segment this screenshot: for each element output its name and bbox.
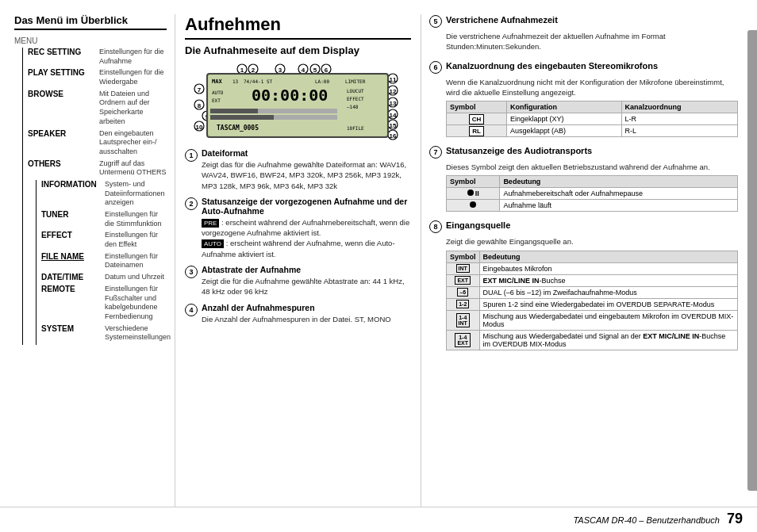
- numbered-list: 1 Dateiformat Zeigt das für die Aufnahme…: [185, 148, 411, 324]
- menu-label-rec: REC SETTING: [28, 48, 99, 56]
- svg-text:00:00:00: 00:00:00: [252, 86, 328, 105]
- svg-text:15: 15: [389, 122, 396, 129]
- num-circle-1: 1: [185, 149, 198, 162]
- right-section-5-header: 5 Verstrichene Aufnahmezeit: [429, 14, 738, 28]
- svg-text:MAX: MAX: [212, 78, 222, 85]
- menu-sub-label-system: SYSTEM: [41, 324, 105, 333]
- table-8-meaning-3: DUAL (–6 bis –12) im Zweifachaufnahme-Mo…: [479, 286, 737, 298]
- svg-text:74/44-1 ST: 74/44-1 ST: [244, 78, 273, 84]
- table-8-meaning-2: EXT MIC/LINE IN-Buchse: [479, 274, 737, 286]
- num-heading-3: Abtastrate der Aufnahme: [202, 265, 411, 274]
- svg-text:–148: –148: [347, 104, 359, 109]
- right-num-8: 8: [429, 220, 442, 233]
- right-section-6: 6 Kanalzuordnung des eingebauten Stereom…: [429, 60, 738, 138]
- menu-item-others: OTHERS Zugriff auf das Untermenü OTHERS: [28, 159, 167, 178]
- numbered-item-3: 3 Abtastrate der Aufnahme Zeigt die für …: [185, 265, 411, 297]
- right-section-7-header: 7 Statusanzeige des Audiotransports: [429, 145, 738, 159]
- table-7-meaning-2: Aufnahme läuft: [500, 200, 738, 212]
- right-section-7: 7 Statusanzeige des Audiotransports Dies…: [429, 145, 738, 212]
- right-section-6-header: 6 Kanalzuordnung des eingebauten Stereom…: [429, 60, 738, 74]
- svg-text:12: 12: [389, 88, 396, 95]
- menu-sub-effect: EFFECT Einstellungen für den Effekt: [41, 231, 167, 249]
- num-content-3: Abtastrate der Aufnahme Zeigt die für di…: [202, 265, 411, 297]
- svg-text:LOUCUT: LOUCUT: [347, 88, 364, 94]
- svg-text:TASCAM_0005: TASCAM_0005: [217, 124, 259, 132]
- menu-sub-tuner: TUNER Einstellungen für die Stimmfunktio…: [41, 210, 167, 228]
- table-7-meaning-1: Aufnahmebereitschaft oder Aufnahmepause: [500, 188, 738, 200]
- menu-desc-browse: Mit Dateien und Ordnern auf der Speicher…: [99, 90, 167, 127]
- menu-desc-speaker: Den eingebauten Lautsprecher ein-/ aussc…: [99, 129, 167, 157]
- num-text-1: Zeigt das für die Aufnahme gewählte Date…: [202, 159, 411, 191]
- svg-text:3: 3: [278, 67, 282, 74]
- menu-sub-desc-tuner: Einstellungen für die Stimmfunktion: [105, 210, 167, 228]
- menu-main-branch: REC SETTING Einstellungen für die Aufnah…: [22, 48, 167, 345]
- svg-text:EFFECT: EFFECT: [347, 96, 364, 101]
- right-num-7: 7: [429, 146, 442, 159]
- menu-sub-desc-system: Verschiedene Systemeinstellungen: [105, 324, 171, 343]
- sym-cell-rl: RL: [447, 125, 507, 137]
- num-heading-1: Dateiformat: [202, 148, 411, 158]
- svg-text:10: 10: [195, 124, 202, 131]
- right-num-5: 5: [429, 15, 442, 28]
- menu-sub-datetime: DATE/TIME Datum und Uhrzeit: [41, 273, 167, 282]
- table-row: 1-4INT Mischung aus Wiedergabedatei und …: [447, 310, 738, 330]
- table-7-header-1: Symbol: [447, 176, 500, 188]
- menu-sub-label-effect: EFFECT: [41, 231, 105, 239]
- svg-text:LA:00: LA:00: [315, 78, 329, 84]
- table-6-header-1: Symbol: [447, 101, 507, 113]
- menu-item-play: PLAY SETTING Einstellungen für die Wiede…: [28, 68, 167, 86]
- device-display-area: 1 2 3 4 5 6 11: [185, 63, 411, 140]
- numbered-item-4: 4 Anzahl der Aufnahmespuren Die Anzahl d…: [185, 303, 411, 324]
- svg-text:AUTO: AUTO: [212, 90, 224, 95]
- table-8-header-2: Bedeutung: [479, 251, 737, 262]
- menu-sub-branch: INFORMATION System- und Dateiinformation…: [36, 180, 167, 345]
- menu-label-browse: BROWSE: [28, 90, 99, 98]
- right-body-5: Die verstrichene Aufnahmezeit der aktuel…: [446, 31, 738, 52]
- table-6-channel-2: R-L: [621, 125, 737, 137]
- table-8-meaning-1: Eingebautes Mikrofon: [479, 262, 737, 274]
- table-7: Symbol Bedeutung II Aufnahmebereitschaft: [446, 175, 738, 212]
- svg-text:14: 14: [389, 112, 396, 119]
- svg-text:8: 8: [197, 102, 201, 109]
- sym-cell-lr: CH: [447, 113, 507, 125]
- table-8-meaning-4: Spuren 1-2 sind eine Wiedergabedatei im …: [479, 298, 737, 310]
- left-title: Das Menü im Überblick: [14, 14, 167, 30]
- footer-brand: TASCAM DR-40 – Benutzerhandbuch 79: [573, 511, 743, 527]
- page-title: Aufnehmen: [185, 14, 411, 40]
- menu-label-play: PLAY SETTING: [28, 68, 99, 77]
- svg-text:10FILE: 10FILE: [347, 125, 364, 131]
- device-display-svg: 1 2 3 4 5 6 11: [188, 63, 409, 140]
- menu-sub-label-datetime: DATE/TIME: [41, 273, 105, 281]
- num-content-2: Statusanzeige der vorgezogenen Aufnahme …: [202, 197, 411, 259]
- right-title-7: Statusanzeige des Audiotransports: [446, 145, 592, 157]
- right-section-5: 5 Verstrichene Aufnahmezeit Die verstric…: [429, 14, 738, 52]
- table-6: Symbol Konfiguration Kanalzuordnung CH E…: [446, 101, 738, 137]
- menu-sub-desc-datetime: Datum und Uhrzeit: [105, 273, 164, 282]
- right-body-7: Dieses Symbol zeigt den aktuellen Betrie…: [446, 162, 738, 172]
- table-row: Aufnahme läuft: [447, 200, 738, 212]
- table-row: 1-2 Spuren 1-2 sind eine Wiedergabedatei…: [447, 298, 738, 310]
- num-circle-2: 2: [185, 197, 198, 210]
- menu-label-others: OTHERS: [28, 159, 99, 168]
- table-6-config-1: Eingeklappt (XY): [506, 113, 621, 125]
- num-text-2: PRE : erscheint während der Aufnahmebere…: [202, 217, 411, 259]
- num-content-4: Anzahl der Aufnahmespuren Die Anzahl der…: [202, 303, 391, 324]
- svg-text:1: 1: [240, 67, 244, 74]
- section-subtitle: Die Aufnahmeseite auf dem Display: [185, 44, 411, 56]
- right-title-5: Verstrichene Aufnahmezeit: [446, 14, 558, 26]
- right-body-8: Zeigt die gewählte Eingangsquelle an.: [446, 236, 738, 247]
- right-body-6: Wenn die Kanalzuordnung nicht mit der Ko…: [446, 77, 738, 98]
- right-num-6: 6: [429, 61, 442, 74]
- num-text-3: Zeigt die für die Aufnahme gewählte Abta…: [202, 276, 411, 297]
- sym-cell-rec-run: [447, 200, 500, 212]
- svg-text:7: 7: [197, 86, 201, 94]
- menu-desc-rec: Einstellungen für die Aufnahme: [99, 48, 167, 66]
- table-8-header-1: Symbol: [447, 251, 480, 262]
- menu-desc-others: Zugriff auf das Untermenü OTHERS: [99, 159, 167, 178]
- menu-item-browse: BROWSE Mit Dateien und Ordnern auf der S…: [28, 90, 167, 127]
- num-heading-2: Statusanzeige der vorgezogenen Aufnahme …: [202, 197, 411, 216]
- sym-12: 1-2: [447, 298, 480, 310]
- menu-label-speaker: SPEAKER: [28, 129, 99, 138]
- sym-14-int: 1-4INT: [447, 310, 480, 330]
- sym-dual: –6: [447, 286, 480, 298]
